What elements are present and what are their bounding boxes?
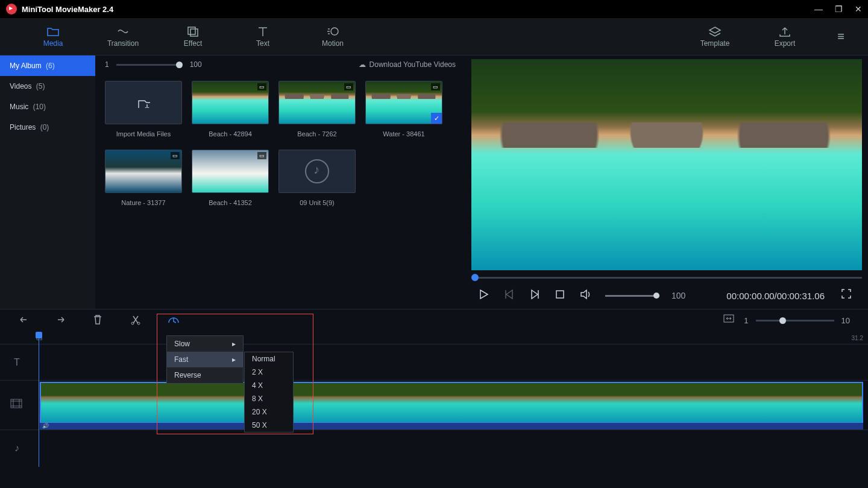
media-item-label: Beach - 41352 — [192, 199, 269, 206]
play-button[interactable] — [479, 289, 492, 302]
volume-value: 100 — [671, 291, 685, 300]
svg-rect-7 — [11, 399, 22, 408]
title-bar: MiniTool MovieMaker 2.4 — ❐ ✕ — [0, 0, 868, 18]
submenu-arrow-icon: ▸ — [232, 340, 236, 348]
speed-option-normal[interactable]: Normal — [245, 352, 293, 366]
speed-option-2x[interactable]: 2 X — [245, 366, 293, 379]
svg-rect-3 — [556, 291, 564, 298]
media-item[interactable]: ▭ Nature - 31377 — [105, 150, 182, 206]
audio-track[interactable]: ♪ — [0, 429, 868, 466]
next-frame-button[interactable] — [529, 289, 542, 302]
video-clip[interactable] — [40, 382, 863, 425]
cloud-download-icon: ☁ — [359, 60, 366, 69]
effect-icon — [186, 26, 200, 37]
media-sidebar: My Album (6) Videos (5) Music (10) Pictu… — [0, 55, 95, 309]
media-item-label: Import Media Files — [105, 130, 182, 138]
sidebar-item-music[interactable]: Music (10) — [0, 97, 95, 117]
download-youtube-link[interactable]: ☁ Download YouTube Videos — [359, 60, 456, 69]
tab-export[interactable]: Export — [750, 26, 820, 48]
delete-button[interactable] — [93, 314, 106, 328]
fit-timeline-button[interactable] — [723, 314, 737, 327]
sidebar-item-label: Music — [10, 103, 28, 111]
tab-motion[interactable]: Motion — [298, 26, 368, 48]
sidebar-item-count: (6) — [46, 62, 55, 70]
thumb-zoom-max: 100 — [190, 60, 202, 69]
tab-label: Text — [256, 39, 269, 48]
sidebar-item-myalbum[interactable]: My Album (6) — [0, 55, 95, 76]
motion-icon — [326, 26, 339, 37]
tab-label: Effect — [184, 39, 202, 48]
submenu-arrow-icon: ▸ — [232, 355, 236, 364]
speed-option-50x[interactable]: 50 X — [245, 419, 293, 432]
transition-icon — [116, 26, 130, 37]
audio-track-icon: ♪ — [0, 443, 34, 454]
media-grid: Import Media Files ▭ Beach - 42894 ▭ Bea… — [95, 74, 465, 214]
media-panel: 1 100 ☁ Download YouTube Videos Import M… — [95, 55, 465, 309]
volume-button[interactable] — [580, 289, 593, 302]
text-track-icon: T — [0, 357, 34, 368]
video-track[interactable]: 🔊 — [0, 380, 868, 429]
sidebar-item-videos[interactable]: Videos (5) — [0, 76, 95, 97]
download-youtube-label: Download YouTube Videos — [370, 60, 456, 69]
media-item-label: 09 Unit 5(9) — [278, 199, 356, 206]
media-item[interactable]: ▭ Beach - 42894 — [192, 81, 269, 138]
timeline-ruler[interactable]: 0s 31.2 — [0, 332, 868, 344]
speed-button[interactable] — [168, 314, 181, 328]
media-item[interactable]: ▭ Beach - 7262 — [278, 81, 356, 138]
speed-menu-fast[interactable]: Fast▸ — [167, 352, 243, 367]
text-icon — [256, 26, 269, 37]
speed-menu-slow[interactable]: Slow▸ — [167, 336, 243, 352]
thumb-zoom-min: 1 — [105, 60, 109, 69]
media-item[interactable]: ▭ Beach - 41352 — [192, 150, 269, 206]
speed-option-8x[interactable]: 8 X — [245, 392, 293, 405]
tab-effect[interactable]: Effect — [158, 26, 228, 48]
speed-option-20x[interactable]: 20 X — [245, 405, 293, 419]
preview-timecode: 00:00:00.00/00:00:31.06 — [726, 291, 825, 301]
text-track[interactable]: T — [0, 344, 868, 380]
undo-button[interactable] — [18, 314, 31, 328]
fullscreen-button[interactable] — [841, 289, 855, 302]
video-track-icon — [0, 399, 34, 412]
maximize-button[interactable]: ❐ — [835, 4, 843, 14]
tab-label: Template — [700, 39, 730, 48]
sidebar-item-label: Videos — [10, 82, 31, 90]
timeline-toolbar: 1 10 — [0, 309, 868, 332]
media-item[interactable]: ▭✓ Water - 38461 — [365, 81, 442, 138]
speed-menu: Slow▸ Fast▸ Reverse — [166, 335, 244, 384]
prev-frame-button[interactable] — [504, 289, 517, 302]
sidebar-item-label: Pictures — [10, 123, 36, 132]
import-media-button[interactable]: Import Media Files — [105, 81, 182, 138]
stop-button[interactable] — [555, 289, 568, 302]
preview-video-area[interactable] — [471, 59, 862, 270]
ruler-end: 31.2 — [852, 335, 863, 341]
media-item[interactable]: 09 Unit 5(9) — [278, 150, 356, 206]
tab-text[interactable]: Text — [228, 26, 298, 48]
split-button[interactable] — [130, 314, 143, 328]
media-item-label: Beach - 7262 — [278, 130, 356, 138]
selected-check-icon: ✓ — [431, 113, 442, 124]
import-folder-icon — [137, 97, 150, 108]
sidebar-item-count: (0) — [40, 123, 49, 132]
playhead[interactable] — [39, 334, 39, 467]
video-badge-icon: ▭ — [171, 152, 180, 159]
minimize-button[interactable]: — — [814, 4, 823, 14]
speed-menu-reverse[interactable]: Reverse — [167, 367, 243, 383]
redo-button[interactable] — [55, 314, 69, 328]
svg-rect-1 — [190, 29, 198, 36]
close-button[interactable]: ✕ — [855, 4, 862, 14]
tab-template[interactable]: Template — [680, 26, 750, 48]
hamburger-menu-button[interactable]: ≡ — [832, 30, 850, 43]
preview-panel: 100 00:00:00.00/00:00:31.06 — [465, 55, 868, 309]
volume-slider[interactable] — [605, 295, 659, 297]
sidebar-item-label: My Album — [10, 62, 42, 70]
speed-option-4x[interactable]: 4 X — [245, 379, 293, 392]
thumb-zoom-slider[interactable] — [116, 64, 183, 66]
timeline-zoom-max: 10 — [841, 316, 850, 325]
preview-seek-slider[interactable] — [471, 273, 862, 282]
video-badge-icon: ▭ — [257, 83, 266, 90]
template-icon — [708, 26, 722, 37]
tab-media[interactable]: Media — [18, 26, 88, 48]
timeline-zoom-slider[interactable] — [756, 320, 834, 322]
sidebar-item-pictures[interactable]: Pictures (0) — [0, 117, 95, 138]
tab-transition[interactable]: Transition — [88, 26, 158, 48]
